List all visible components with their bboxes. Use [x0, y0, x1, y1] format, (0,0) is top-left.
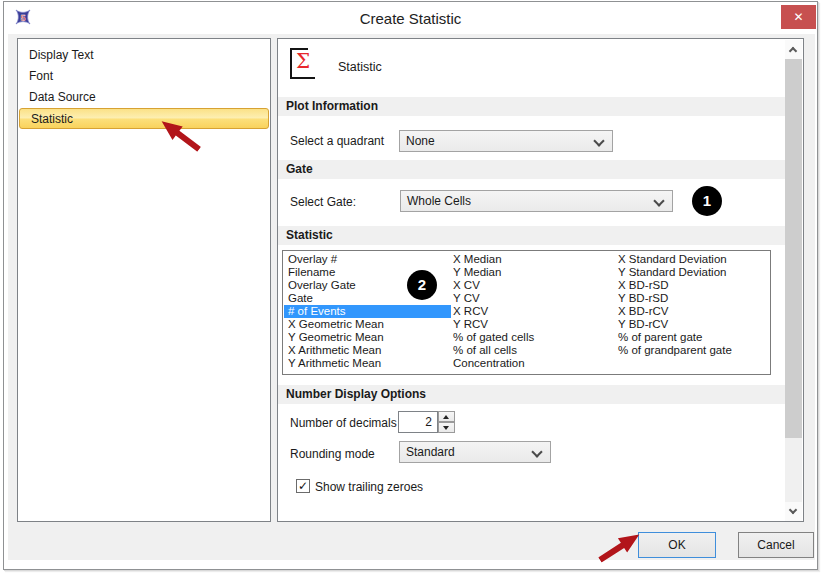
sidebar-item-display-text[interactable]: Display Text	[18, 45, 270, 66]
statistic-option[interactable]: % of all cells	[449, 344, 609, 357]
section-plot-information: Plot Information	[278, 97, 785, 116]
triangle-up-icon	[443, 415, 449, 419]
rounding-selected-value: Standard	[406, 445, 455, 459]
sigma-icon: Σ	[290, 48, 315, 79]
scrollbar[interactable]	[785, 40, 802, 521]
statistic-option[interactable]: X BD-rCV	[614, 305, 770, 318]
sidebar-item-data-source[interactable]: Data Source	[18, 87, 270, 108]
statistic-option[interactable]: X CV	[449, 279, 609, 292]
statistic-option[interactable]: Y RCV	[449, 318, 609, 331]
scroll-down-button[interactable]	[785, 502, 802, 521]
quadrant-select[interactable]: None	[399, 130, 613, 152]
statistic-option[interactable]: Overlay #	[284, 253, 451, 266]
panel-heading: Statistic	[338, 60, 382, 74]
decimals-label: Number of decimals	[290, 416, 397, 430]
statistic-option[interactable]: Y Standard Deviation	[614, 266, 770, 279]
chevron-down-icon	[789, 506, 797, 514]
ok-button[interactable]: OK	[638, 532, 716, 558]
statistic-option[interactable]: X Geometric Mean	[284, 318, 451, 331]
chevron-down-icon	[593, 135, 604, 146]
gate-label: Select Gate:	[290, 195, 356, 209]
statistic-option[interactable]: Y BD-rSD	[614, 292, 770, 305]
statistic-option[interactable]: X Standard Deviation	[614, 253, 770, 266]
category-list: Display Text Font Data Source Statistic	[17, 38, 271, 522]
scrollbar-thumb[interactable]	[785, 59, 802, 438]
statistic-option[interactable]: X Arithmetic Mean	[284, 344, 451, 357]
spinner-up-button[interactable]	[438, 411, 455, 422]
sidebar-item-font[interactable]: Font	[18, 66, 270, 87]
statistic-option[interactable]: Y Median	[449, 266, 609, 279]
statistic-settings-panel: Σ Statistic Plot Information Select a qu…	[277, 38, 804, 522]
title-bar: 5 Create Statistic ✕	[4, 2, 817, 34]
statistic-column-2: X Median Y Median X CV Y CV X RCV Y RCV …	[449, 253, 609, 370]
statistic-listbox[interactable]: Overlay # Filename Overlay Gate Gate # o…	[282, 250, 771, 375]
chevron-down-icon	[653, 195, 664, 206]
decimals-stepper: 2	[398, 411, 455, 433]
statistic-column-3: X Standard Deviation Y Standard Deviatio…	[614, 253, 770, 357]
spinner-down-button[interactable]	[438, 422, 455, 433]
close-icon: ✕	[793, 10, 803, 24]
statistic-option[interactable]: Concentration	[449, 357, 609, 370]
create-statistic-dialog: 5 Create Statistic ✕ Display Text Font D…	[3, 1, 818, 570]
statistic-option[interactable]: X RCV	[449, 305, 609, 318]
close-button[interactable]: ✕	[781, 5, 816, 29]
decimals-input[interactable]: 2	[398, 411, 438, 433]
section-number-display-options: Number Display Options	[278, 385, 785, 404]
section-gate: Gate	[278, 160, 785, 179]
statistic-option[interactable]: X BD-rSD	[614, 279, 770, 292]
dialog-title: Create Statistic	[4, 10, 817, 27]
statistic-option[interactable]: Y BD-rCV	[614, 318, 770, 331]
statistic-option[interactable]: Y Geometric Mean	[284, 331, 451, 344]
trailing-zeroes-checkbox[interactable]: ✓	[296, 479, 310, 493]
gate-select[interactable]: Whole Cells	[400, 190, 673, 212]
statistic-option[interactable]: % of gated cells	[449, 331, 609, 344]
trailing-zeroes-label: Show trailing zeroes	[315, 480, 423, 494]
rounding-select[interactable]: Standard	[399, 441, 551, 463]
rounding-label: Rounding mode	[290, 447, 375, 461]
scroll-up-button[interactable]	[785, 40, 802, 59]
annotation-badge-1: 1	[692, 186, 722, 216]
statistic-option[interactable]: % of grandparent gate	[614, 344, 770, 357]
cancel-button[interactable]: Cancel	[738, 532, 814, 558]
gate-selected-value: Whole Cells	[407, 194, 471, 208]
quadrant-label: Select a quadrant	[290, 134, 384, 148]
sidebar-item-statistic[interactable]: Statistic	[19, 108, 269, 129]
annotation-badge-2: 2	[407, 270, 437, 300]
statistic-option[interactable]: Y CV	[449, 292, 609, 305]
chevron-down-icon	[531, 446, 542, 457]
quadrant-selected-value: None	[406, 134, 435, 148]
statistic-option-selected[interactable]: # of Events	[284, 305, 451, 318]
statistic-option[interactable]: Y Arithmetic Mean	[284, 357, 451, 370]
statistic-option[interactable]: X Median	[449, 253, 609, 266]
chevron-up-icon	[789, 47, 797, 55]
section-statistic: Statistic	[278, 226, 785, 245]
checkmark-icon: ✓	[298, 479, 308, 493]
triangle-down-icon	[443, 426, 449, 430]
statistic-option[interactable]: % of parent gate	[614, 331, 770, 344]
